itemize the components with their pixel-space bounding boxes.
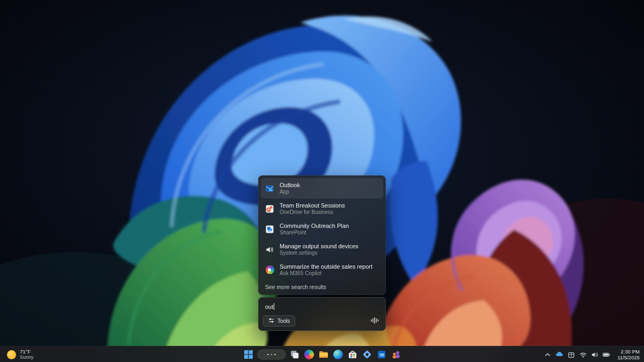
result-subtitle: System settings — [280, 250, 358, 256]
file-explorer-icon — [318, 349, 329, 360]
result-title: Manage output sound devices — [280, 243, 358, 250]
typing-dot — [271, 354, 273, 356]
task-view-icon — [289, 349, 300, 360]
search-result-copilot-summarize[interactable]: Summarize the outside sales report Ask M… — [261, 260, 383, 280]
search-flyout: Outlook App Team Breakout Sessions OneDr… — [258, 175, 386, 331]
result-text: Community Outreach Plan SharePoint — [280, 223, 349, 236]
tools-button[interactable]: Tools — [263, 315, 295, 327]
wifi-icon[interactable] — [579, 350, 587, 359]
people-app-button[interactable] — [390, 349, 402, 360]
edge-icon — [333, 350, 343, 359]
sun-icon — [7, 350, 16, 359]
outlook-taskbar-icon — [376, 349, 387, 360]
search-results-panel: Outlook App Team Breakout Sessions OneDr… — [258, 175, 386, 295]
task-view-button[interactable] — [289, 349, 301, 360]
package-icon[interactable] — [567, 350, 575, 359]
tools-button-label: Tools — [277, 318, 290, 324]
weather-widget[interactable]: 71°F Sunny — [7, 346, 34, 362]
taskbar-center-icons — [243, 346, 402, 362]
see-more-search-results-link[interactable]: See more search results — [261, 280, 383, 291]
m365-copilot-icon — [304, 350, 314, 359]
search-input-value: out — [265, 304, 273, 310]
result-text: Manage output sound devices System setti… — [280, 243, 358, 256]
result-subtitle: App — [280, 189, 300, 195]
outlook-app-button[interactable] — [376, 349, 387, 360]
volume-icon[interactable] — [590, 350, 599, 359]
system-tray — [543, 346, 611, 362]
voice-search-icon[interactable] — [370, 316, 379, 324]
people-icon — [391, 349, 401, 360]
filter-sliders-icon — [268, 317, 274, 324]
onedrive-icon[interactable] — [555, 350, 564, 359]
result-text: Team Breakout Sessions OneDrive for Busi… — [280, 202, 345, 216]
m365-copilot-app-button[interactable] — [303, 349, 315, 360]
search-input-panel: out Tools — [258, 297, 386, 331]
typing-dot — [267, 354, 269, 356]
text-cursor — [274, 303, 274, 310]
taskbar: 71°F Sunny — [0, 346, 644, 362]
clock[interactable]: 2:30 PM 11/5/2025 — [617, 349, 640, 360]
windows-logo-icon — [244, 350, 253, 359]
search-result-community-outreach[interactable]: Community Outreach Plan SharePoint — [261, 219, 383, 239]
result-subtitle: SharePoint — [280, 230, 349, 236]
sharepoint-file-icon — [265, 225, 274, 234]
typing-dot — [274, 354, 276, 356]
microsoft-store-button[interactable] — [347, 349, 358, 360]
result-title: Summarize the outside sales report — [280, 263, 372, 270]
search-result-manage-sound[interactable]: Manage output sound devices System setti… — [261, 239, 383, 260]
taskbar-search-box[interactable] — [257, 349, 286, 360]
search-result-team-breakout[interactable]: Team Breakout Sessions OneDrive for Busi… — [261, 198, 383, 219]
result-title: Team Breakout Sessions — [280, 202, 345, 209]
search-result-outlook[interactable]: Outlook App — [261, 178, 383, 198]
result-text: Summarize the outside sales report Ask M… — [280, 263, 372, 277]
result-subtitle: Ask M365 Copilot — [280, 270, 372, 277]
speaker-icon — [265, 245, 274, 254]
result-title: Community Outreach Plan — [280, 223, 349, 230]
weather-temperature: 71°F — [20, 349, 34, 355]
chevron-up-icon[interactable] — [543, 350, 552, 359]
start-button[interactable] — [243, 349, 254, 360]
clock-date: 11/5/2025 — [617, 354, 640, 360]
file-explorer-button[interactable] — [318, 349, 330, 360]
weather-text: 71°F Sunny — [20, 349, 34, 360]
powerpoint-file-icon — [265, 204, 274, 213]
result-subtitle: OneDrive for Business — [280, 209, 345, 216]
result-title: Outlook — [280, 182, 300, 189]
battery-icon[interactable] — [602, 350, 611, 359]
edge-browser-button[interactable] — [332, 349, 344, 360]
search-input[interactable]: out — [265, 303, 274, 310]
clock-time: 2:30 PM — [617, 349, 640, 354]
result-text: Outlook App — [280, 182, 300, 195]
loop-app-button[interactable] — [361, 349, 373, 360]
microsoft-store-icon — [347, 349, 358, 360]
weather-condition: Sunny — [20, 354, 34, 360]
outlook-app-icon — [265, 184, 274, 193]
loop-icon — [362, 349, 372, 360]
copilot-icon — [265, 265, 274, 275]
